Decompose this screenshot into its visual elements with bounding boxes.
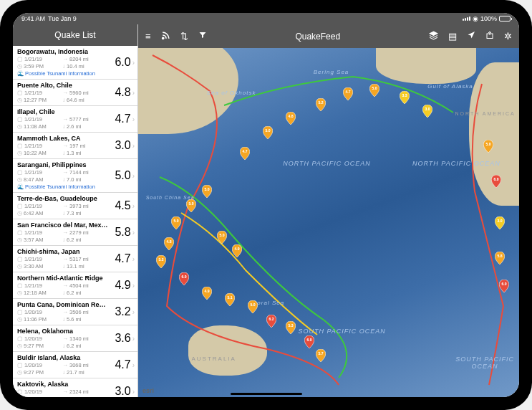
quake-magnitude: 4.7 xyxy=(110,252,131,265)
svg-text:4.8: 4.8 xyxy=(166,240,171,244)
quake-item[interactable]: Kaktovik, Alaska ▢1/20/19 →2324 mi ◷9:20… xyxy=(13,378,137,397)
map-pin[interactable]: 3.3 xyxy=(400,91,410,104)
chevron-right-icon: › xyxy=(132,59,135,67)
quake-item[interactable]: Mammoth Lakes, CA ▢1/21/19 →197 mi ◷10:2… xyxy=(13,133,137,159)
layers-icon[interactable] xyxy=(429,31,438,42)
svg-text:4.9: 4.9 xyxy=(204,289,209,293)
depth-icon: ↓ xyxy=(62,63,65,70)
clock-icon: ◷ xyxy=(17,343,22,349)
distance-icon: → xyxy=(62,56,68,62)
quake-location: Puente Alto, Chile xyxy=(17,82,110,89)
calendar-icon: ▢ xyxy=(17,229,23,236)
svg-text:6.0: 6.0 xyxy=(494,177,499,181)
chevron-right-icon: › xyxy=(132,202,135,210)
map-pin[interactable]: 5.2 xyxy=(156,255,166,268)
map-pin[interactable]: 5.7 xyxy=(316,349,326,362)
map[interactable]: NORTH PACIFIC OCEAN NORTH PACIFIC OCEAN … xyxy=(138,48,519,397)
calendar-icon: ▢ xyxy=(17,335,23,342)
tsunami-badge: 🌊Possible Tsunami Information xyxy=(17,70,110,77)
quake-item[interactable]: Sarangani, Philippines ▢1/21/19 →7144 mi… xyxy=(13,159,137,193)
quake-depth: 6.2 mi xyxy=(67,237,81,243)
map-pin[interactable]: 5.0 xyxy=(483,140,493,153)
quake-date: 1/20/19 xyxy=(24,309,42,315)
map-pin[interactable]: 5.0 xyxy=(263,126,273,139)
map-pin[interactable]: 5.0 xyxy=(369,84,379,97)
map-pin[interactable]: 6.0 xyxy=(491,175,501,188)
feed-icon[interactable] xyxy=(161,31,170,42)
sort-icon[interactable]: ⇅ xyxy=(180,31,188,42)
quake-location: Chichi-shima, Japan xyxy=(17,248,110,255)
map-pin[interactable]: 6.2 xyxy=(266,315,276,328)
quake-item[interactable]: San Francisco del Mar, Mexico ▢1/21/19 →… xyxy=(13,219,137,246)
clock-icon: ◷ xyxy=(17,396,22,397)
calendar-icon: ▢ xyxy=(17,116,23,123)
quake-time: 3:30 AM xyxy=(24,263,44,270)
map-pin[interactable]: 4.8 xyxy=(164,237,174,250)
status-date: Tue Jan 9 xyxy=(48,15,77,22)
map-pin[interactable]: 6.0 xyxy=(179,272,189,285)
depth-icon: ↓ xyxy=(62,263,65,270)
quake-item[interactable]: Northern Mid-Atlantic Ridge ▢1/21/19 →45… xyxy=(13,272,137,299)
map-pin[interactable]: 4.7 xyxy=(240,147,250,160)
quake-item[interactable]: Illapel, Chile ▢1/21/19 →5777 mi ◷11:08 … xyxy=(13,106,137,133)
quake-item[interactable]: Punta Cana, Dominican Repub… ▢1/20/19 →3… xyxy=(13,299,137,325)
map-pin[interactable]: 6.0 xyxy=(304,335,314,348)
menu-icon[interactable]: ≡ xyxy=(145,31,151,42)
home-indicator[interactable] xyxy=(231,393,302,395)
map-pin[interactable]: 5.0 xyxy=(202,185,212,198)
filter-icon[interactable] xyxy=(198,31,207,42)
calendar-icon: ▢ xyxy=(17,203,23,209)
location-icon[interactable] xyxy=(467,31,475,42)
quake-item[interactable]: Bogorawatu, Indonesia ▢1/21/19 →8204 mi … xyxy=(13,46,137,80)
map-pin[interactable]: 6.0 xyxy=(499,280,509,292)
calendar-icon: ▢ xyxy=(17,143,23,149)
quake-depth: 21.7 mi xyxy=(67,369,84,376)
svg-text:4.7: 4.7 xyxy=(242,149,247,153)
map-pin[interactable]: 4.8 xyxy=(286,112,296,125)
depth-icon: ↓ xyxy=(62,97,65,103)
quake-list[interactable]: Bogorawatu, Indonesia ▢1/21/19 →8204 mi … xyxy=(13,46,137,397)
map-pin[interactable]: 5.0 xyxy=(186,199,196,212)
map-pin[interactable]: 3.0 xyxy=(495,216,505,229)
map-pin[interactable]: 4.9 xyxy=(232,244,242,257)
map-pin[interactable]: 5.3 xyxy=(286,321,296,334)
depth-icon: ↓ xyxy=(62,210,65,216)
quake-date: 1/20/19 xyxy=(24,362,42,368)
map-pin[interactable]: 5.0 xyxy=(248,300,258,313)
list-icon[interactable]: ▤ xyxy=(448,31,457,42)
clock-icon: ◷ xyxy=(17,150,22,156)
chevron-right-icon: › xyxy=(132,229,135,237)
map-pin[interactable]: 5.8 xyxy=(495,252,505,264)
quake-date: 1/21/19 xyxy=(24,256,42,262)
share-icon[interactable] xyxy=(485,31,494,42)
quake-item[interactable]: Puente Alto, Chile ▢1/21/19 →5960 mi ◷12… xyxy=(13,80,137,106)
quake-time: 12:18 AM xyxy=(24,290,47,296)
quake-item[interactable]: Helena, Oklahoma ▢1/20/19 →1340 mi ◷9:27… xyxy=(13,325,137,352)
label-australia: AUSTRALIA xyxy=(191,356,236,362)
depth-icon: ↓ xyxy=(62,369,65,376)
map-pin[interactable]: 3.0 xyxy=(422,105,432,118)
quake-distance: 197 mi xyxy=(69,143,86,149)
quake-time: 12:27 PM xyxy=(24,97,47,103)
chevron-right-icon: › xyxy=(132,115,135,123)
quake-distance: 5317 mi xyxy=(69,256,89,262)
quake-item[interactable]: Chichi-shima, Japan ▢1/21/19 →5317 mi ◷3… xyxy=(13,246,137,272)
quake-item[interactable]: Buldir Island, Alaska ▢1/20/19 →3068 mi … xyxy=(13,352,137,378)
label-north-america: NORTH AMERICA xyxy=(455,111,515,116)
label-north-pacific: NORTH PACIFIC OCEAN xyxy=(283,160,371,167)
calendar-icon: ▢ xyxy=(17,256,23,262)
settings-icon[interactable]: ✲ xyxy=(504,31,512,42)
tsunami-badge: 🌊Possible Tsunami Information xyxy=(17,183,110,190)
quake-item[interactable]: Terre-de-Bas, Guadeloupe ▢1/21/19 →3973 … xyxy=(13,193,137,219)
clock-icon: ◷ xyxy=(17,176,22,183)
map-pin[interactable]: 5.0 xyxy=(171,216,181,229)
map-pin[interactable]: 5.1 xyxy=(225,293,235,306)
quake-date: 1/21/19 xyxy=(24,169,42,176)
quake-date: 1/21/19 xyxy=(24,90,42,96)
map-pin[interactable]: 4.7 xyxy=(343,87,353,100)
quake-magnitude: 4.7 xyxy=(110,358,131,371)
clock-icon: ◷ xyxy=(17,237,22,243)
map-pin[interactable]: 4.9 xyxy=(202,287,212,300)
map-pin[interactable]: 5.0 xyxy=(217,231,227,244)
map-pin[interactable]: 5.2 xyxy=(316,98,326,111)
